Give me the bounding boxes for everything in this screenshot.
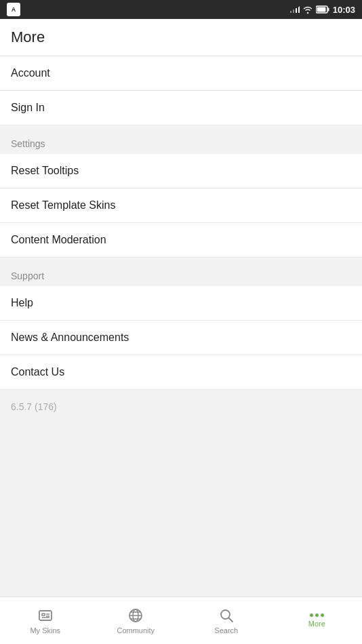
menu-item-help-label: Help (11, 297, 33, 308)
menu-item-reset-tooltips-label: Reset Tooltips (11, 165, 79, 176)
battery-icon (316, 5, 329, 14)
menu-item-account-label: Account (11, 67, 50, 79)
menu-item-sign-in[interactable]: Sign In (0, 91, 362, 125)
nav-item-search[interactable]: Search (181, 597, 272, 644)
section-divider-2 (0, 258, 362, 263)
menu-item-reset-template-skins[interactable]: Reset Template Skins (0, 188, 362, 223)
support-header-label: Support (11, 270, 44, 281)
nav-label-community: Community (117, 626, 155, 635)
nav-label-search: Search (214, 626, 238, 635)
menu-item-sign-in-label: Sign In (11, 102, 45, 113)
status-bar: A 10:03 (0, 0, 362, 19)
svg-rect-6 (317, 7, 325, 12)
nav-item-more[interactable]: More (272, 597, 363, 644)
menu-item-help[interactable]: Help (0, 286, 362, 321)
nav-item-community[interactable]: Community (91, 597, 182, 644)
svg-rect-5 (327, 8, 329, 12)
menu-item-account[interactable]: Account (0, 56, 362, 91)
menu-item-content-moderation-label: Content Moderation (11, 234, 106, 245)
store-icon: A (7, 3, 20, 16)
main-content: More Account Sign In Settings Reset Tool… (0, 19, 362, 597)
bottom-nav: My Skins Community Search More (0, 597, 362, 644)
status-bar-right: 10:03 (290, 5, 355, 15)
nav-label-my-skins: My Skins (30, 626, 60, 635)
menu-item-contact-us[interactable]: Contact Us (0, 355, 362, 390)
more-icon (310, 613, 324, 617)
section-divider-1 (0, 125, 362, 131)
menu-item-reset-tooltips[interactable]: Reset Tooltips (0, 154, 362, 188)
page-title-bar: More (0, 19, 362, 56)
nav-label-more: More (308, 620, 325, 628)
menu-item-contact-us-label: Contact Us (11, 366, 64, 378)
wifi-icon (303, 5, 313, 14)
svg-rect-8 (42, 613, 45, 616)
menu-item-reset-template-skins-label: Reset Template Skins (11, 199, 115, 211)
support-section-header: Support (0, 263, 362, 286)
community-icon (127, 607, 144, 624)
signal-icon (290, 5, 300, 14)
status-bar-left: A (7, 3, 20, 16)
skins-icon (37, 607, 54, 624)
svg-marker-2 (293, 9, 294, 13)
svg-line-18 (228, 618, 233, 622)
settings-section-header: Settings (0, 131, 362, 154)
menu-item-news-announcements[interactable]: News & Announcements (0, 321, 362, 355)
nav-item-my-skins[interactable]: My Skins (0, 597, 91, 644)
search-icon (218, 607, 235, 624)
page-title: More (11, 28, 45, 45)
version-area: 6.5.7 (176) (0, 390, 362, 424)
version-text: 6.5.7 (176) (11, 401, 57, 412)
svg-rect-7 (39, 611, 52, 620)
settings-header-label: Settings (11, 138, 45, 149)
menu-item-news-announcements-label: News & Announcements (11, 331, 129, 343)
svg-marker-1 (296, 8, 297, 13)
time-display: 10:03 (333, 5, 355, 15)
svg-marker-0 (298, 6, 300, 13)
svg-marker-3 (290, 11, 291, 13)
menu-item-content-moderation[interactable]: Content Moderation (0, 223, 362, 258)
menu-list: Account Sign In Settings Reset Tooltips … (0, 56, 362, 597)
